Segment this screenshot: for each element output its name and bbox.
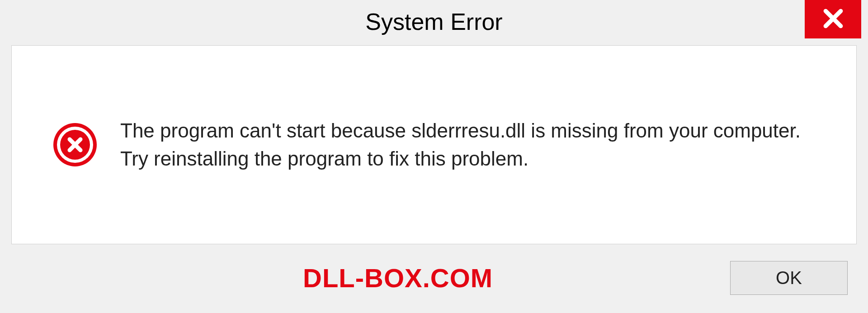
- title-bar: System Error: [0, 0, 868, 43]
- close-button[interactable]: [805, 0, 861, 38]
- dialog-footer: DLL-BOX.COM OK: [0, 252, 868, 313]
- dialog-content: The program can't start because slderrre…: [11, 45, 857, 244]
- close-icon: [822, 7, 844, 32]
- dialog-title: System Error: [365, 8, 502, 35]
- watermark-text: DLL-BOX.COM: [303, 263, 493, 293]
- error-icon: [52, 122, 98, 167]
- error-message: The program can't start because slderrre…: [120, 117, 829, 172]
- ok-button[interactable]: OK: [730, 261, 848, 295]
